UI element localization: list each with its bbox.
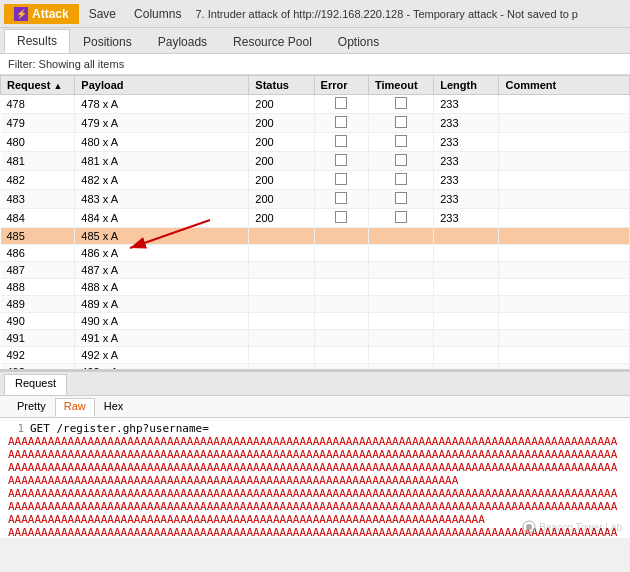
cell-comment — [499, 347, 630, 364]
cell-error — [314, 114, 368, 133]
cell-payload: 482 x A — [75, 171, 249, 190]
cell-request: 481 — [1, 152, 75, 171]
tab-resource-pool[interactable]: Resource Pool — [220, 30, 325, 53]
cell-request: 484 — [1, 209, 75, 228]
col-payload[interactable]: Payload — [75, 76, 249, 95]
table-row[interactable]: 489489 x A — [1, 296, 630, 313]
request-panel: Request Pretty Raw Hex 1GET /register.gh… — [0, 370, 630, 538]
cell-timeout — [368, 245, 433, 262]
cell-status: 200 — [249, 133, 314, 152]
cell-request: 486 — [1, 245, 75, 262]
request-line: 1GET /register.ghp?username= — [8, 422, 622, 435]
cell-length: 233 — [434, 190, 499, 209]
cell-payload: 479 x A — [75, 114, 249, 133]
tab-positions[interactable]: Positions — [70, 30, 145, 53]
columns-button[interactable]: Columns — [126, 4, 189, 24]
cell-status — [249, 245, 314, 262]
table-row[interactable]: 488488 x A — [1, 279, 630, 296]
cell-payload: 480 x A — [75, 133, 249, 152]
table-row[interactable]: 483483 x A200233 — [1, 190, 630, 209]
menu-bar: ⚡ Attack Save Columns 7. Intruder attack… — [0, 0, 630, 28]
table-row[interactable]: 481481 x A200233 — [1, 152, 630, 171]
table-row[interactable]: 492492 x A — [1, 347, 630, 364]
table-row[interactable]: 478478 x A200233 — [1, 95, 630, 114]
tab-request[interactable]: Request — [4, 374, 67, 395]
table-row[interactable]: 485485 x A — [1, 228, 630, 245]
cell-length — [434, 296, 499, 313]
cell-error — [314, 152, 368, 171]
lightning-icon: ⚡ — [14, 7, 28, 21]
table-row[interactable]: 490490 x A — [1, 313, 630, 330]
tab-options[interactable]: Options — [325, 30, 392, 53]
attack-button[interactable]: ⚡ Attack — [4, 4, 79, 24]
cell-request: 485 — [1, 228, 75, 245]
filter-bar: Filter: Showing all items — [0, 54, 630, 75]
cell-request: 488 — [1, 279, 75, 296]
cell-error — [314, 330, 368, 347]
cell-error — [314, 209, 368, 228]
svg-point-3 — [526, 524, 532, 530]
cell-timeout — [368, 152, 433, 171]
cell-timeout — [368, 313, 433, 330]
cell-status: 200 — [249, 171, 314, 190]
cell-timeout — [368, 262, 433, 279]
cell-request: 478 — [1, 95, 75, 114]
tab-hex[interactable]: Hex — [95, 398, 133, 417]
cell-timeout — [368, 133, 433, 152]
cell-error — [314, 296, 368, 313]
cell-error — [314, 279, 368, 296]
table-row[interactable]: 491491 x A — [1, 330, 630, 347]
col-status[interactable]: Status — [249, 76, 314, 95]
cell-error — [314, 190, 368, 209]
cell-status: 200 — [249, 190, 314, 209]
table-row[interactable]: 480480 x A200233 — [1, 133, 630, 152]
cell-length — [434, 347, 499, 364]
cell-length: 233 — [434, 209, 499, 228]
sort-icon: ▲ — [53, 81, 62, 91]
cell-status: 200 — [249, 209, 314, 228]
cell-comment — [499, 209, 630, 228]
table-row[interactable]: 484484 x A200233 — [1, 209, 630, 228]
cell-request: 479 — [1, 114, 75, 133]
col-length[interactable]: Length — [434, 76, 499, 95]
tab-results[interactable]: Results — [4, 29, 70, 53]
cell-request: 490 — [1, 313, 75, 330]
table-row[interactable]: 479479 x A200233 — [1, 114, 630, 133]
cell-error — [314, 228, 368, 245]
table-row[interactable]: 486486 x A — [1, 245, 630, 262]
cell-status — [249, 347, 314, 364]
tab-raw[interactable]: Raw — [55, 398, 95, 417]
window-title: 7. Intruder attack of http://192.168.220… — [195, 8, 626, 20]
cell-request: 483 — [1, 190, 75, 209]
col-error[interactable]: Error — [314, 76, 368, 95]
cell-comment — [499, 330, 630, 347]
cell-payload: 483 x A — [75, 190, 249, 209]
cell-comment — [499, 95, 630, 114]
table-row[interactable]: 482482 x A200233 — [1, 171, 630, 190]
tab-pretty[interactable]: Pretty — [8, 398, 55, 417]
watermark-icon — [522, 520, 536, 534]
cell-payload: 487 x A — [75, 262, 249, 279]
col-comment[interactable]: Comment — [499, 76, 630, 95]
cell-error — [314, 95, 368, 114]
cell-comment — [499, 279, 630, 296]
cell-status — [249, 228, 314, 245]
col-request[interactable]: Request ▲ — [1, 76, 75, 95]
cell-length: 233 — [434, 133, 499, 152]
col-timeout[interactable]: Timeout — [368, 76, 433, 95]
cell-timeout — [368, 279, 433, 296]
cell-comment — [499, 313, 630, 330]
cell-length: 233 — [434, 152, 499, 171]
save-button[interactable]: Save — [81, 4, 124, 24]
attack-label: Attack — [32, 7, 69, 21]
main-tabs: Results Positions Payloads Resource Pool… — [0, 28, 630, 54]
cell-timeout — [368, 114, 433, 133]
request-content: 1GET /register.ghp?username=AAAAAAAAAAAA… — [0, 418, 630, 538]
tab-payloads[interactable]: Payloads — [145, 30, 220, 53]
cell-timeout — [368, 209, 433, 228]
table-row[interactable]: 487487 x A — [1, 262, 630, 279]
filter-text: Filter: Showing all items — [8, 58, 124, 70]
cell-comment — [499, 171, 630, 190]
cell-timeout — [368, 190, 433, 209]
cell-length — [434, 330, 499, 347]
